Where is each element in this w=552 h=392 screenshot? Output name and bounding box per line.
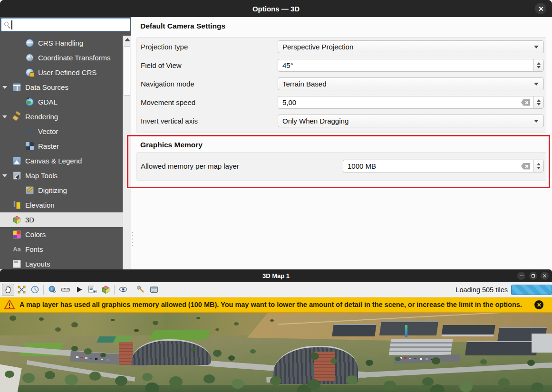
scroll-up-icon[interactable] <box>125 38 130 41</box>
sidebar-item-crs-handling[interactable]: CRS Handling <box>0 36 123 50</box>
invert-vertical-axis-select[interactable]: Only When Dragging <box>278 115 544 127</box>
chevron-down-icon[interactable] <box>2 174 7 177</box>
sidebar-item-gdal[interactable]: GDAL <box>0 95 123 109</box>
field-value: 45° <box>278 61 533 69</box>
pan-tool-icon[interactable] <box>2 284 14 296</box>
map-art-brick-building <box>314 352 335 381</box>
sidebar-item-user-defined-crs[interactable]: User Defined CRS <box>0 65 123 80</box>
close-button[interactable] <box>541 272 549 280</box>
camera-move-icon[interactable] <box>15 284 28 296</box>
chevron-down-icon[interactable] <box>2 115 7 118</box>
map-art-parking-lot <box>394 354 460 364</box>
maximize-icon <box>532 274 535 277</box>
identify-icon[interactable]: i <box>46 284 58 296</box>
map-art-cars <box>76 356 78 358</box>
sidebar-item-coordinate-transforms[interactable]: Coordinate Transforms <box>0 50 123 65</box>
step-up-icon[interactable] <box>537 99 541 102</box>
chevron-down-icon <box>534 46 539 48</box>
search-input[interactable] <box>1 18 130 31</box>
field-label: Field of View <box>141 61 278 69</box>
map-toolbar: i Loading 5 <box>0 282 552 297</box>
scrollbar-thumb[interactable] <box>124 46 130 96</box>
sidebar-list: CRS Handling Coordinate Transforms User … <box>0 36 123 269</box>
map-art-building <box>379 321 438 335</box>
options-title: Options — 3D <box>252 5 300 13</box>
options-titlebar[interactable]: Options — 3D <box>0 0 552 17</box>
field-label: Projection type <box>141 43 278 51</box>
form-row-allowed-memory: Allowed memory per map layer 1000 MB <box>141 160 544 172</box>
sidebar-item-colors[interactable]: Colors <box>0 227 123 242</box>
sidebar-item-vector[interactable]: Vector <box>0 124 123 139</box>
sidebar-item-rendering[interactable]: Rendering <box>0 109 123 124</box>
wrench-icon[interactable] <box>135 284 147 296</box>
sidebar-item-canvas-legend[interactable]: Canvas & Legend <box>0 153 123 168</box>
step-up-icon[interactable] <box>537 163 541 165</box>
map-art-building <box>465 341 538 355</box>
globe-star-icon <box>26 68 34 76</box>
projection-type-select[interactable]: Perspective Projection <box>278 40 544 53</box>
field-label: Invert vertical axis <box>141 117 278 125</box>
allowed-memory-spinbox[interactable]: 1000 MB <box>343 160 544 172</box>
map-art-foreground <box>0 385 552 392</box>
sidebar-item-elevation[interactable]: Elevation <box>0 198 123 212</box>
stepper-buttons[interactable] <box>533 59 543 71</box>
globe-icon <box>26 39 34 47</box>
field-of-view-spinbox[interactable]: 45° <box>278 59 544 72</box>
stepper-buttons[interactable] <box>533 160 543 172</box>
sidebar-item-digitizing[interactable]: Digitizing <box>0 183 123 198</box>
step-down-icon[interactable] <box>537 103 541 105</box>
toolbar-separator <box>43 285 44 295</box>
movement-speed-spinbox[interactable]: 5,00 <box>278 96 544 109</box>
map-art-building <box>532 334 552 353</box>
maximize-button[interactable] <box>529 272 537 280</box>
clear-field-icon[interactable] <box>521 99 530 106</box>
graphics-memory-group: Allowed memory per map layer 1000 MB <box>136 152 546 181</box>
scene-3d-icon[interactable] <box>99 284 112 296</box>
options-panel-icon[interactable] <box>148 284 160 296</box>
map-3d-view[interactable] <box>0 313 552 392</box>
map-3d-window: 3D Map 1 i <box>0 269 552 392</box>
chevron-down-icon[interactable] <box>2 86 7 89</box>
sidebar-item-map-tools[interactable]: Map Tools <box>0 168 123 183</box>
export-image-icon[interactable] <box>86 284 98 296</box>
clear-field-icon[interactable] <box>521 163 530 170</box>
map-art-trees <box>10 316 16 321</box>
step-up-icon[interactable] <box>537 62 541 65</box>
sidebar-item-fonts[interactable]: AaFonts <box>0 242 123 257</box>
measure-icon[interactable] <box>59 284 72 296</box>
warning-icon <box>4 299 15 310</box>
map-art-green-field <box>148 330 211 340</box>
layouts-icon <box>13 260 21 268</box>
close-button[interactable] <box>535 3 546 14</box>
sidebar-scrollbar[interactable] <box>123 36 131 269</box>
options-dialog: Options — 3D CRS Handling Coordinate Tra… <box>0 0 552 269</box>
sidebar-item-data-sources[interactable]: Data Sources <box>0 80 123 95</box>
vector-icon <box>26 127 34 135</box>
play-animation-icon[interactable] <box>73 284 85 296</box>
close-icon <box>538 6 543 11</box>
graphics-memory-heading: Graphics Memory <box>140 141 203 149</box>
sidebar-item-raster[interactable]: Raster <box>0 139 123 153</box>
sidebar-item-layouts[interactable]: Layouts <box>0 257 123 269</box>
brush-icon <box>13 113 21 121</box>
minimize-button[interactable] <box>517 272 525 280</box>
field-label: Allowed memory per map layer <box>141 162 343 170</box>
globe-transform-icon <box>26 54 34 62</box>
form-row-invert-axis: Invert vertical axis Only When Dragging <box>141 115 544 127</box>
raster-icon <box>26 142 34 150</box>
map-art-glass-building <box>131 339 211 365</box>
splitter-handle[interactable] <box>132 232 133 246</box>
sidebar-item-3d[interactable]: 3D <box>0 212 123 227</box>
stepper-buttons[interactable] <box>533 96 543 108</box>
step-down-icon[interactable] <box>537 167 541 169</box>
form-row-navigation: Navigation mode Terrain Based <box>141 77 544 90</box>
close-icon <box>542 274 547 278</box>
map-titlebar[interactable]: 3D Map 1 <box>0 269 552 282</box>
step-down-icon[interactable] <box>537 66 541 68</box>
gdal-globe-icon <box>26 98 34 106</box>
eye-icon[interactable] <box>117 284 129 296</box>
compass-clock-icon[interactable] <box>29 284 41 296</box>
navigation-mode-select[interactable]: Terrain Based <box>278 77 544 90</box>
dismiss-warning-button[interactable] <box>534 300 543 309</box>
text-caret <box>11 20 12 29</box>
